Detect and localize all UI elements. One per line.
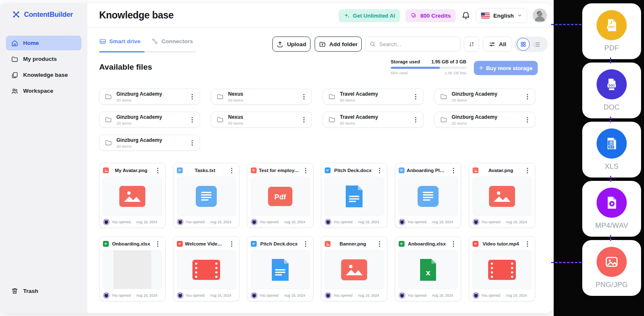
file-card[interactable]: Tasks.txtYou opened·Aug 16, 2024 bbox=[173, 163, 239, 228]
folder-card[interactable]: Ginzburg Academy20 items bbox=[99, 112, 200, 128]
separator: · bbox=[428, 293, 430, 298]
file-menu-button[interactable] bbox=[227, 165, 236, 175]
file-menu-button[interactable] bbox=[523, 165, 531, 175]
folder-menu-button[interactable] bbox=[523, 115, 531, 125]
file-card[interactable]: Test for employ....pdfPdfYou opened·Aug … bbox=[247, 163, 313, 228]
file-name: My Avatar.png bbox=[111, 168, 151, 173]
folder-card[interactable]: Travel Academy60 items bbox=[323, 112, 423, 128]
sidebar-item-home[interactable]: Home bbox=[6, 36, 81, 50]
credits-badge[interactable]: 800 Credits bbox=[405, 9, 456, 22]
file-card[interactable]: Welcome Video. mp4You opened·Aug 16, 202… bbox=[173, 236, 239, 301]
sidebar-item-trash[interactable]: Trash bbox=[11, 287, 38, 295]
folder-menu-button[interactable] bbox=[300, 91, 308, 102]
file-menu-button[interactable] bbox=[153, 239, 162, 249]
filetype-card-doc[interactable]: DOCDOC bbox=[582, 63, 641, 118]
folder-card[interactable]: Nexus50 items bbox=[211, 89, 312, 104]
user-avatar[interactable] bbox=[533, 8, 547, 23]
opened-date: Aug 16, 2024 bbox=[432, 293, 453, 298]
folder-menu-button[interactable] bbox=[188, 115, 196, 125]
folder-card[interactable]: Ginzburg Academy20 items bbox=[434, 89, 535, 104]
file-menu-button[interactable] bbox=[375, 239, 384, 249]
folder-card[interactable]: Nexus50 items bbox=[211, 112, 312, 128]
image-file-icon bbox=[103, 167, 109, 173]
header-actions: Get Unlimited AI 800 Credits English bbox=[339, 8, 547, 23]
file-card[interactable]: Pitch Deck.docxYou opened·Aug 16, 2024 bbox=[321, 163, 387, 228]
list-view-button[interactable] bbox=[533, 41, 541, 48]
file-menu-button[interactable] bbox=[449, 239, 457, 249]
search-input[interactable] bbox=[365, 37, 460, 52]
file-card[interactable]: Anboarding.xlsxxYou opened·Aug 16, 2024 bbox=[395, 236, 461, 301]
file-name: Banner.png bbox=[333, 241, 373, 246]
storage-progress-fill bbox=[391, 67, 440, 69]
tab-connectors[interactable]: Connectors bbox=[151, 38, 193, 50]
file-menu-button[interactable] bbox=[375, 165, 384, 175]
filetype-card-png-jpg[interactable]: PNG/JPG bbox=[582, 240, 641, 296]
file-card[interactable]: Banner.pngYou opened·Aug 16, 2024 bbox=[321, 236, 387, 301]
file-menu-button[interactable] bbox=[227, 239, 236, 249]
filetype-label: PNG/JPG bbox=[596, 281, 628, 289]
folder-name: Ginzburg Academy bbox=[116, 114, 184, 120]
file-preview bbox=[103, 250, 162, 289]
filter-all-button[interactable]: All bbox=[483, 37, 512, 52]
opened-label: You opened bbox=[112, 220, 131, 224]
image-preview-icon bbox=[341, 259, 367, 280]
separator: · bbox=[428, 220, 430, 224]
tab-smart-drive[interactable]: Smart drive bbox=[99, 38, 140, 50]
filetype-card-pdf[interactable]: PDFPDF bbox=[582, 3, 641, 59]
add-folder-button[interactable]: Add folder bbox=[315, 37, 362, 52]
file-card[interactable]: Avatar.pngYou opened·Aug 16, 2024 bbox=[469, 163, 535, 228]
sidebar-item-label: Home bbox=[23, 40, 39, 46]
file-card[interactable]: Pitch Deck.docxYou opened·Aug 16, 2024 bbox=[247, 236, 313, 301]
filetype-card-mp4-wav[interactable]: MP4/WAV bbox=[582, 181, 641, 237]
sidebar-item-workspace[interactable]: Workspace bbox=[6, 84, 81, 98]
folder-card[interactable]: Ginzburg Academy20 items bbox=[99, 135, 200, 151]
section-heading: Available files bbox=[99, 63, 152, 72]
drive-icon bbox=[99, 38, 106, 45]
file-preview bbox=[325, 250, 384, 289]
doc-filetype-icon: DOC bbox=[597, 69, 627, 99]
folder-card[interactable]: Travel Academy60 items bbox=[323, 89, 423, 104]
file-menu-button[interactable] bbox=[523, 239, 531, 249]
file-name: Pitch Deck.docx bbox=[333, 168, 373, 173]
file-preview: x bbox=[399, 250, 457, 289]
file-menu-button[interactable] bbox=[301, 165, 310, 175]
file-menu-button[interactable] bbox=[153, 165, 162, 175]
notifications-bell-icon[interactable] bbox=[461, 11, 471, 20]
sidebar-item-my-products[interactable]: My products bbox=[6, 52, 81, 66]
folder-menu-button[interactable] bbox=[411, 115, 420, 125]
file-card[interactable]: My Avatar.pngYou opened·Aug 16, 2024 bbox=[99, 163, 166, 228]
folder-menu-button[interactable] bbox=[523, 91, 531, 102]
folder-menu-button[interactable] bbox=[300, 115, 308, 125]
plus-icon: + bbox=[479, 64, 483, 72]
separator: · bbox=[502, 293, 504, 298]
folder-card[interactable]: Ginzburg Academy20 items bbox=[434, 112, 535, 128]
sidebar-item-knowledge-base[interactable]: Knowledge base bbox=[6, 68, 81, 82]
buy-more-storage-button[interactable]: + Buy more storage bbox=[474, 61, 538, 75]
folder-menu-button[interactable] bbox=[188, 91, 196, 102]
folder-menu-button[interactable] bbox=[411, 91, 420, 102]
separator: · bbox=[207, 293, 208, 298]
opened-label: You opened bbox=[407, 220, 426, 224]
sidebar-item-label: Workspace bbox=[23, 88, 53, 94]
language-selector[interactable]: English bbox=[476, 8, 527, 23]
docx-file-icon bbox=[251, 241, 257, 247]
separator: · bbox=[281, 220, 282, 224]
opened-label: You opened bbox=[260, 293, 279, 298]
file-menu-button[interactable] bbox=[449, 165, 457, 175]
folder-card[interactable]: Ginzburg Academy20 items bbox=[99, 89, 200, 104]
folder-menu-button[interactable] bbox=[188, 138, 196, 148]
app-logo[interactable]: ContentBuilder bbox=[12, 10, 73, 19]
grid-view-button[interactable] bbox=[517, 38, 530, 51]
filetype-card-xls[interactable]: XLSXLS bbox=[582, 122, 641, 178]
image-preview-icon bbox=[489, 186, 515, 207]
sort-button[interactable] bbox=[464, 37, 479, 52]
file-menu-button[interactable] bbox=[301, 239, 310, 249]
connector-dash-png bbox=[551, 262, 581, 263]
upload-button[interactable]: Upload bbox=[272, 37, 310, 52]
get-unlimited-ai-button[interactable]: Get Unlimited AI bbox=[339, 9, 400, 22]
file-card[interactable]: Video tutor.mp4You opened·Aug 16, 2024 bbox=[469, 236, 535, 301]
file-card[interactable]: Onboarding.xlsxYou opened·Aug 16, 2024 bbox=[99, 236, 166, 301]
file-card[interactable]: Anboarding Plan.txtYou opened·Aug 16, 20… bbox=[395, 163, 461, 228]
opened-by-avatar bbox=[177, 292, 184, 299]
file-name: Anboarding.xlsx bbox=[407, 241, 447, 246]
